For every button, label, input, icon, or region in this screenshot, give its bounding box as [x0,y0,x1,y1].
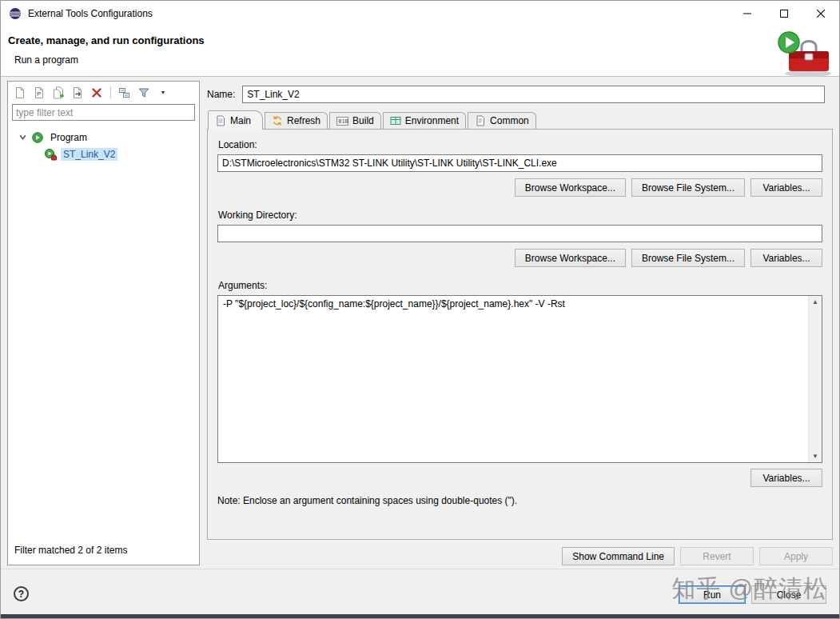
filter-button[interactable] [137,86,151,99]
svg-text:P: P [37,90,41,98]
location-label: Location: [218,139,822,150]
minimize-icon [743,10,751,18]
new-configuration-icon [14,86,26,99]
tab-refresh[interactable]: Refresh [265,112,328,129]
tab-environment[interactable]: Environment [383,112,466,129]
svg-text:010: 010 [338,118,348,125]
close-button[interactable] [802,1,839,26]
tab-label: Main [230,115,251,126]
dialog-footer: ? Run Close [1,569,839,618]
launch-config-icon [44,148,57,161]
toolbar-separator [110,86,111,98]
filter-status: Filter matched 2 of 2 items [8,540,199,565]
view-menu-button[interactable]: ▼ [156,86,170,99]
menu-dropdown-icon: ▼ [161,90,166,95]
tab-label: Environment [405,115,459,126]
name-row: Name: [207,86,833,103]
build-tab-icon: 010 [336,116,348,126]
configurations-tree: Program ST_Link_V2 [8,121,199,540]
help-button[interactable]: ? [14,586,29,601]
external-tools-dialog: External Tools Configurations Create, ma… [0,0,840,619]
revert-button[interactable]: Revert [680,547,754,565]
expander-icon[interactable] [18,133,27,142]
workdir-browse-workspace-button[interactable]: Browse Workspace... [515,249,626,267]
sidebar-toolbar: P ▼ [8,82,199,102]
tree-item-label: Program [48,131,90,144]
location-variables-button[interactable]: Variables... [750,178,822,197]
bottom-border [1,614,839,618]
arguments-label: Arguments: [218,280,822,291]
tree-item-label: ST_Link_V2 [61,148,117,161]
delete-button[interactable] [90,86,104,99]
banner-title: Create, manage, and run configurations [8,34,839,46]
new-prototype-icon: P [33,86,46,99]
name-label: Name: [207,89,235,100]
scroll-up-icon[interactable]: ▲ [809,296,822,308]
collapse-all-button[interactable] [117,86,132,99]
banner: Create, manage, and run configurations R… [1,26,839,77]
close-dialog-button[interactable]: Close [751,585,826,604]
toolbox-icon [774,29,835,78]
name-input[interactable] [242,86,825,103]
arguments-text[interactable]: -P "${project_loc}/${config_name:${proje… [218,296,807,462]
delete-icon [90,86,103,99]
duplicate-button[interactable] [51,86,66,99]
duplicate-icon [52,86,65,99]
arguments-scrollbar[interactable]: ▲ ▼ [808,296,822,462]
collapse-all-icon [118,86,131,99]
new-configuration-button[interactable] [13,86,27,99]
arguments-note: Note: Enclose an argument containing spa… [217,495,822,506]
help-icon: ? [18,589,24,600]
tab-build[interactable]: 010 Build [329,112,381,129]
tree-item-program[interactable]: Program [8,129,199,146]
working-directory-input[interactable] [217,225,822,242]
filter-input[interactable] [12,104,195,121]
tab-bar: Main Refresh 010 Build [207,110,833,129]
config-actions: Show Command Line Revert Apply [207,547,833,565]
apply-button[interactable]: Apply [759,547,833,565]
run-button[interactable]: Run [679,585,746,604]
working-directory-label: Working Directory: [218,210,822,221]
refresh-tab-icon [272,115,283,126]
tab-common[interactable]: Common [468,112,536,129]
arguments-variables-button[interactable]: Variables... [750,469,822,487]
tab-label: Common [490,115,529,126]
maximize-icon [780,10,788,18]
export-button[interactable] [70,86,85,99]
titlebar: External Tools Configurations [1,1,839,26]
window-title: External Tools Configurations [28,8,153,19]
workdir-browse-filesystem-button[interactable]: Browse File System... [631,249,745,267]
configurations-sidebar: P ▼ [7,81,200,565]
filter-icon [137,86,150,99]
tab-label: Build [352,115,374,126]
tab-label: Refresh [287,115,320,126]
tab-main[interactable]: Main [208,110,263,130]
show-command-line-button[interactable]: Show Command Line [562,547,675,565]
main-tab-content: Location: Browse Workspace... Browse Fil… [207,129,833,540]
app-icon [9,7,22,20]
minimize-button[interactable] [729,1,766,26]
arguments-textarea[interactable]: -P "${project_loc}/${config_name:${proje… [217,295,822,463]
export-icon [71,86,84,99]
main-tab-icon [215,115,226,126]
tree-item-stlink-v2[interactable]: ST_Link_V2 [8,146,199,162]
location-browse-workspace-button[interactable]: Browse Workspace... [515,178,626,197]
working-directory-buttons: Browse Workspace... Browse File System..… [217,249,822,267]
location-input[interactable] [217,154,822,172]
program-type-icon [31,131,44,144]
common-tab-icon [475,115,486,126]
arguments-buttons: Variables... [217,469,822,487]
location-buttons: Browse Workspace... Browse File System..… [217,178,822,197]
scroll-down-icon[interactable]: ▼ [809,450,822,462]
environment-tab-icon [390,115,401,126]
close-icon [817,10,825,18]
maximize-button[interactable] [766,1,802,26]
dialog-body: P ▼ [1,77,839,569]
config-editor: Name: Main Refresh [207,81,833,565]
location-browse-filesystem-button[interactable]: Browse File System... [631,178,745,197]
banner-subtitle: Run a program [14,54,839,66]
new-prototype-button[interactable]: P [32,86,46,99]
workdir-variables-button[interactable]: Variables... [750,249,822,267]
window-controls [729,1,839,26]
